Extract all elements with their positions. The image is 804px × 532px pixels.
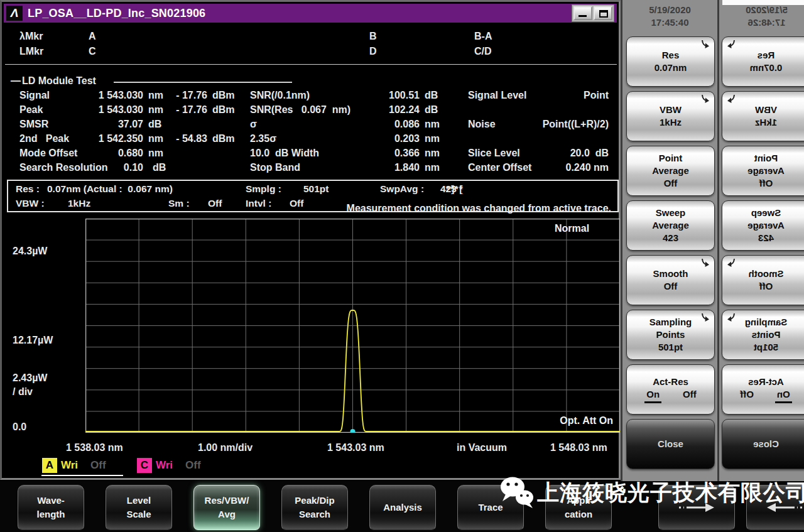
trace-c-state: Off: [185, 459, 201, 472]
key-label: Sweep: [656, 207, 686, 219]
wechat-icon: [499, 476, 535, 509]
restore-button[interactable]: [594, 6, 612, 20]
key-label: Sampling: [649, 316, 692, 328]
submenu-arrow-icon: [700, 258, 710, 268]
row-value: 1.840: [350, 162, 420, 173]
row-unit: nm: [148, 148, 163, 159]
row-value2: - 17.76: [156, 104, 207, 116]
key-label: Smooth: [653, 268, 688, 280]
row-label: Search Resolution: [19, 162, 107, 173]
vbw-key[interactable]: VBW 1kHz: [626, 91, 715, 141]
date-label: 5/19/2020: [622, 4, 717, 16]
submenu-arrow-icon: [700, 94, 710, 104]
trace-a-selector[interactable]: A: [42, 458, 57, 473]
function-key-panel-reflection: 5/19/2020 17:48:26 Res 0.07nm VBW 1kHz P…: [717, 0, 804, 481]
menu-res-vbw-avg[interactable]: Res/VBW/Avg: [193, 485, 260, 530]
smooth-key[interactable]: Smooth Off: [626, 255, 715, 305]
sweep-average-key[interactable]: Sweep Average 423: [626, 200, 715, 251]
menu-level-scale[interactable]: LevelScale: [106, 485, 172, 530]
submenu-arrow-icon: [700, 313, 710, 322]
res-key[interactable]: Res 0.07nm: [626, 36, 715, 87]
section-title: LD Module Test: [22, 75, 96, 87]
window-title: LP_OSA__LD-PD_Inc_SN021906: [28, 7, 205, 20]
row-value: 0.240 nm: [486, 162, 609, 173]
marker-a-label: A: [89, 31, 96, 42]
row-label: Stop Band: [250, 162, 300, 173]
act-res-key[interactable]: Act-Res OnOff: [626, 364, 715, 415]
key-label: Act-Res: [653, 376, 688, 388]
row-unit2: dBm: [212, 104, 235, 116]
window-controls: [572, 4, 614, 22]
row-unit2: dBm: [212, 90, 235, 101]
swpavg-progress: ****: [446, 183, 464, 195]
marker-d-label: D: [369, 46, 377, 57]
row-value: 0.680: [62, 148, 143, 159]
row-value2: - 54.83: [156, 133, 207, 144]
row-value: 1 542.350: [62, 133, 143, 144]
row-label: 2.35σ: [250, 133, 276, 144]
trace-c-mode: Wri: [156, 459, 173, 472]
divider: [5, 64, 617, 65]
marker-ba-label: B-A: [474, 31, 492, 42]
status-message: Measurement condition was changed from a…: [253, 203, 611, 214]
active-trace-underline: [41, 475, 123, 476]
off-option: Off: [683, 388, 697, 403]
key-value: 501pt: [658, 341, 683, 354]
y-axis-mid-label: 12.17µW: [13, 335, 53, 346]
res-key-mirror: Res 0.07nm: [722, 36, 804, 87]
row-unit: dB: [425, 90, 438, 101]
sampling-points-key[interactable]: Sampling Points 501pt: [626, 310, 715, 360]
lambda-marker-label: λMkr: [19, 31, 43, 42]
res-label: Res :: [16, 183, 40, 195]
row-unit: dB: [153, 162, 166, 173]
section-dash: —: [11, 75, 21, 87]
key-label2: Points: [656, 328, 685, 341]
key-value: 423: [663, 232, 678, 244]
point-average-key[interactable]: Point Average Off: [626, 146, 715, 196]
row-value2: - 17.76: [156, 90, 207, 101]
act-res-key-mirror: Act-Res OnOff: [722, 364, 804, 415]
row-value: 0.366: [350, 148, 420, 159]
row-value: 0.086: [350, 119, 420, 130]
vbw-value: 1kHz: [68, 198, 90, 209]
submenu-arrow-icon: [726, 258, 736, 268]
restore-icon: [599, 10, 608, 18]
trace-a-state: Off: [90, 459, 106, 472]
key-label2: Average: [652, 219, 689, 232]
time-label: 17:45:40: [622, 16, 717, 29]
submenu-arrow-icon: [726, 94, 736, 104]
datetime-display-mirror: 5/19/2020 17:48:26: [719, 4, 804, 29]
marker-b-label: B: [369, 31, 377, 42]
y-axis-min-label: 0.0: [13, 421, 26, 433]
x-axis-vacuum-label: in Vacuum: [457, 442, 507, 453]
x-axis-div-label: 1.00 nm/div: [198, 442, 253, 453]
row-unit: nm: [425, 162, 440, 173]
vbw-label: VBW :: [16, 198, 45, 209]
row-label: Signal: [19, 90, 50, 101]
close-key-mirror: Close: [722, 419, 804, 469]
close-key[interactable]: Close: [626, 419, 715, 469]
submenu-arrow-icon: [726, 313, 736, 322]
y-axis-max-label: 24.3µW: [13, 246, 47, 257]
key-value: Off: [664, 177, 678, 190]
sampling-points-key-mirror: Sampling Points 501pt: [722, 310, 804, 360]
row-value: 37.07: [62, 119, 143, 130]
key-label: VBW: [660, 104, 682, 116]
watermark: 上海筱晓光子技术有限公司: [499, 476, 804, 509]
menu-peak-dip-search[interactable]: Peak/DipSearch: [281, 485, 348, 530]
key-label2: Average: [652, 165, 689, 177]
anritsu-logo-icon: Λ: [6, 6, 23, 21]
submenu-arrow-icon: [700, 40, 710, 49]
minimize-button[interactable]: [573, 6, 592, 20]
smplg-label: Smplg :: [246, 183, 281, 195]
time-label-mirror: 17:48:26: [719, 16, 804, 29]
submenu-arrow-icon: [726, 40, 736, 49]
row-unit: dB: [425, 104, 438, 116]
trace-c-selector[interactable]: C: [137, 458, 152, 473]
row-label: σ: [250, 119, 257, 130]
function-key-panel: 5/19/2020 17:45:40 Res 0.07nm VBW 1kHz P…: [621, 0, 717, 481]
datetime-display: 5/19/2020 17:45:40: [622, 4, 717, 29]
menu-wavelength[interactable]: Wave-length: [18, 485, 84, 530]
menu-analysis[interactable]: Analysis: [369, 485, 436, 530]
key-value: 0.07nm: [655, 62, 687, 74]
